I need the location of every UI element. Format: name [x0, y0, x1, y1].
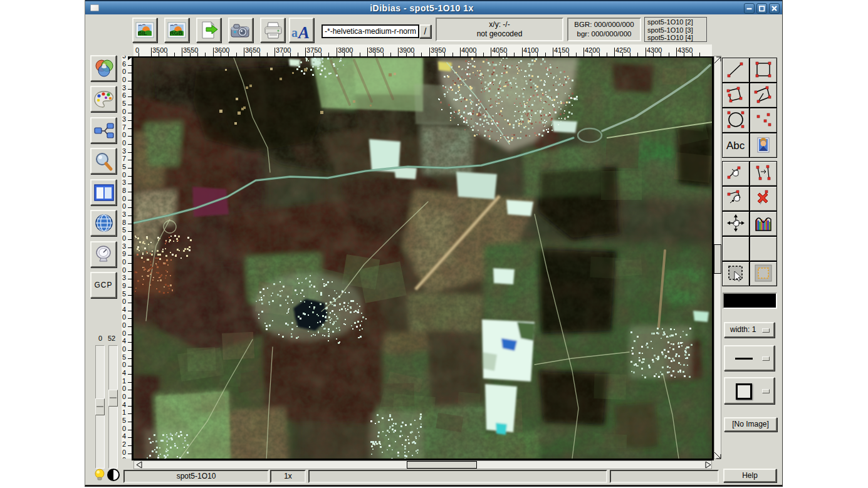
svg-text:A: A: [297, 23, 310, 41]
svg-text:Abc: Abc: [726, 140, 745, 152]
svg-text:a: a: [291, 26, 298, 39]
svg-text:BIL: BIL: [138, 30, 147, 36]
svg-text:RGB: RGB: [170, 30, 183, 36]
